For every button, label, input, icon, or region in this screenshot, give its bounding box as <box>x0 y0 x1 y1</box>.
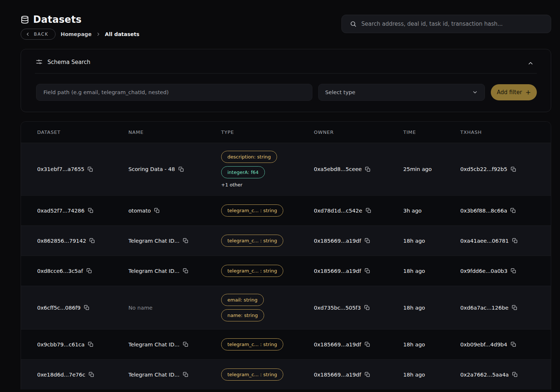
type-pill: description: string <box>221 151 277 163</box>
copy-icon[interactable] <box>512 305 517 310</box>
column-header-type: TYPE <box>221 129 314 135</box>
time-cell: 18h ago <box>403 342 460 348</box>
copy-icon[interactable] <box>183 372 188 377</box>
chevron-left-icon <box>26 32 30 36</box>
copy-icon[interactable] <box>365 342 370 347</box>
owner-address: 0x185669...a19df <box>314 268 361 274</box>
copy-icon[interactable] <box>364 305 370 310</box>
name-cell: Scoring Data - 48 <box>128 166 221 172</box>
copy-icon[interactable] <box>365 167 371 172</box>
type-pill: telegram_c... : string <box>221 368 283 381</box>
copy-icon[interactable] <box>183 342 188 347</box>
table-row[interactable]: 0x31ebf7...a7655Scoring Data - 48descrip… <box>21 143 551 195</box>
txhash-cell: 0x2a7662...5aa4a <box>460 372 551 378</box>
add-filter-button[interactable]: Add filter + <box>491 84 537 100</box>
txhash-cell: 0x3b6f88...8c66a <box>460 208 551 214</box>
column-header-time: TIME <box>403 129 460 135</box>
column-header-dataset: DATASET <box>37 129 128 135</box>
txhash: 0xb09ebf...4d9b4 <box>460 342 507 348</box>
search-input[interactable] <box>361 20 545 28</box>
table-row[interactable]: 0xe18d6d...7e76cTelegram Chat ID...teleg… <box>21 359 551 389</box>
time-cell: 18h ago <box>403 372 460 378</box>
more-types-label: +1 other <box>221 182 242 188</box>
copy-icon[interactable] <box>89 238 95 243</box>
copy-icon[interactable] <box>178 167 184 172</box>
table-row[interactable]: 0x6cff5c...086f9No nameemail: stringname… <box>21 286 551 329</box>
type-cell: telegram_c... : string <box>221 257 314 285</box>
owner-cell: 0x185669...a19df <box>314 342 403 348</box>
table-row[interactable]: 0xad52f7...74286otomatotelegram_c... : s… <box>21 195 551 225</box>
back-button[interactable]: BACK <box>21 29 56 40</box>
type-cell: telegram_c... : string <box>221 227 314 254</box>
table-row[interactable]: 0xd8cce6...3c5afTelegram Chat ID...teleg… <box>21 256 551 286</box>
table-row[interactable]: 0x862856...79142Telegram Chat ID...teleg… <box>21 225 551 256</box>
type-select[interactable]: Select type <box>318 84 485 101</box>
dataset-cell: 0xad52f7...74286 <box>37 208 128 214</box>
copy-icon[interactable] <box>365 238 370 243</box>
collapse-panel-button[interactable] <box>526 58 535 68</box>
copy-icon[interactable] <box>510 208 516 213</box>
type-select-value: Select type <box>325 89 355 95</box>
copy-icon[interactable] <box>366 208 371 213</box>
plus-icon: + <box>525 89 531 96</box>
dataset-name: Telegram Chat ID... <box>128 342 180 348</box>
copy-icon[interactable] <box>88 342 93 347</box>
copy-icon[interactable] <box>154 208 160 213</box>
owner-cell: 0x185669...a19df <box>314 238 403 244</box>
copy-icon[interactable] <box>512 372 518 377</box>
name-cell: No name <box>128 305 221 311</box>
copy-icon[interactable] <box>88 167 93 172</box>
name-cell: otomato <box>128 208 221 214</box>
filter-sliders-icon <box>36 58 43 65</box>
owner-cell: 0x185669...a19df <box>314 372 403 378</box>
table-row[interactable]: 0x9cbb79...c61caTelegram Chat ID...teleg… <box>21 329 551 359</box>
dataset-name: Scoring Data - 48 <box>128 166 175 172</box>
name-cell: Telegram Chat ID... <box>128 372 221 378</box>
txhash-cell: 0x9fdd6e...0a0b3 <box>460 268 551 274</box>
field-path-input[interactable] <box>36 84 312 101</box>
dataset-id: 0x6cff5c...086f9 <box>37 305 81 311</box>
type-pill: integerA: f64 <box>221 166 265 178</box>
owner-address: 0x185669...a19df <box>314 238 361 244</box>
type-cell: description: stringintegerA: f64+1 other <box>221 143 314 195</box>
dataset-name: Telegram Chat ID... <box>128 372 180 378</box>
chevron-up-icon <box>527 60 534 67</box>
copy-icon[interactable] <box>511 167 516 172</box>
copy-icon[interactable] <box>88 208 93 213</box>
copy-icon[interactable] <box>84 305 89 310</box>
copy-icon[interactable] <box>511 268 516 274</box>
copy-icon[interactable] <box>89 372 94 377</box>
breadcrumb-homepage[interactable]: Homepage <box>61 31 92 37</box>
copy-icon[interactable] <box>183 238 188 243</box>
type-cell: telegram_c... : string <box>221 361 314 388</box>
txhash: 0x3b6f88...8c66a <box>460 208 507 214</box>
time-ago: 18h ago <box>403 342 425 348</box>
owner-address: 0xd78d1d...c542e <box>314 208 362 214</box>
dataset-id: 0x9cbb79...c61ca <box>37 342 85 348</box>
copy-icon[interactable] <box>511 342 516 347</box>
time-cell: 18h ago <box>403 305 460 311</box>
dataset-name: Telegram Chat ID... <box>128 268 180 274</box>
column-header-name: NAME <box>128 129 221 135</box>
owner-address: 0x185669...a19df <box>314 372 361 378</box>
copy-icon[interactable] <box>365 372 370 377</box>
copy-icon[interactable] <box>365 268 370 274</box>
dataset-id: 0xad52f7...74286 <box>37 208 85 214</box>
type-cell: telegram_c... : string <box>221 197 314 224</box>
owner-address: 0x185669...a19df <box>314 342 361 348</box>
txhash-cell: 0xd5cb22...f92b5 <box>460 166 551 172</box>
dataset-cell: 0x6cff5c...086f9 <box>37 305 128 311</box>
dataset-id: 0x862856...79142 <box>37 238 86 244</box>
global-search[interactable] <box>341 15 551 33</box>
back-label: BACK <box>34 32 49 37</box>
copy-icon[interactable] <box>512 238 518 243</box>
txhash-cell: 0xd6a7ac...126be <box>460 305 551 311</box>
type-cell: email: stringname: string <box>221 286 314 329</box>
dataset-name: otomato <box>128 208 151 214</box>
owner-address: 0xa5ebd8...5ceee <box>314 166 362 172</box>
copy-icon[interactable] <box>183 268 188 274</box>
dataset-cell: 0x9cbb79...c61ca <box>37 342 128 348</box>
nav-row: BACK Homepage All datasets <box>21 29 139 40</box>
copy-icon[interactable] <box>86 268 92 274</box>
txhash-cell: 0xa41aee...06781 <box>460 238 551 244</box>
